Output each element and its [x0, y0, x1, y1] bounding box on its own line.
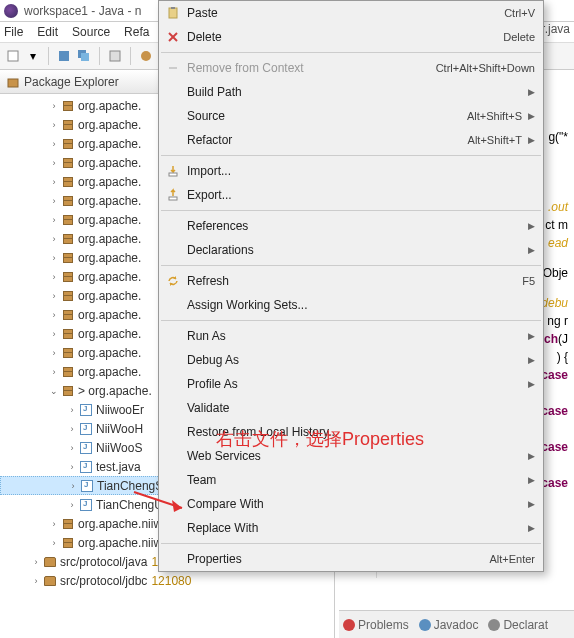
dropdown-icon[interactable]: ▾ — [24, 47, 42, 65]
menu-shortcut: Alt+Shift+T — [468, 134, 522, 146]
refresh-icon — [165, 273, 181, 289]
tree-item-label: org.apache. — [78, 232, 141, 246]
build-icon[interactable] — [137, 47, 155, 65]
chevron-right-icon[interactable]: › — [48, 177, 60, 187]
code-fragment: ) { — [557, 350, 568, 364]
submenu-arrow-icon: ▶ — [528, 475, 535, 485]
tree-item-label: org.apache. — [78, 346, 141, 360]
pkg-icon — [60, 118, 76, 132]
menu-item-label: Export... — [187, 188, 535, 202]
chevron-right-icon[interactable]: › — [66, 405, 78, 415]
chevron-right-icon[interactable]: › — [48, 348, 60, 358]
code-fragment: case — [541, 440, 568, 454]
menu-profile-as[interactable]: Profile As▶ — [159, 372, 543, 396]
menu-declarations[interactable]: Declarations▶ — [159, 238, 543, 262]
save-all-icon[interactable] — [75, 47, 93, 65]
chevron-right-icon[interactable]: › — [48, 310, 60, 320]
menu-refresh[interactable]: RefreshF5 — [159, 269, 543, 293]
chevron-right-icon[interactable]: › — [48, 158, 60, 168]
window-title: workspace1 - Java - n — [24, 4, 141, 18]
tree-item-label: src/protocol/jdbc — [60, 574, 147, 588]
tree-item-label: org.apache. — [78, 194, 141, 208]
menu-source[interactable]: SourceAlt+Shift+S▶ — [159, 104, 543, 128]
svg-rect-13 — [169, 197, 177, 200]
tree-item-label: org.apache. — [78, 327, 141, 341]
menu-team[interactable]: Team▶ — [159, 468, 543, 492]
new-icon[interactable] — [4, 47, 22, 65]
chevron-right-icon[interactable]: › — [66, 500, 78, 510]
chevron-right-icon[interactable]: › — [48, 196, 60, 206]
menu-item-label: Source — [187, 109, 467, 123]
chevron-right-icon[interactable]: › — [48, 101, 60, 111]
menu-assign-working-sets[interactable]: Assign Working Sets... — [159, 293, 543, 317]
save-icon[interactable] — [55, 47, 73, 65]
chevron-right-icon[interactable]: › — [48, 329, 60, 339]
svg-rect-11 — [169, 67, 177, 69]
chevron-right-icon[interactable]: › — [66, 443, 78, 453]
menu-replace-with[interactable]: Replace With▶ — [159, 516, 543, 540]
submenu-arrow-icon: ▶ — [528, 135, 535, 145]
chevron-right-icon[interactable]: › — [30, 557, 42, 567]
chevron-right-icon[interactable]: › — [66, 462, 78, 472]
import-icon — [165, 163, 181, 179]
chevron-right-icon[interactable]: › — [48, 253, 60, 263]
chevron-right-icon[interactable]: › — [48, 291, 60, 301]
tree-item-label: org.apache. — [78, 270, 141, 284]
chevron-right-icon[interactable]: › — [67, 481, 79, 491]
menu-item-label: Declarations — [187, 243, 522, 257]
menu-run-as[interactable]: Run As▶ — [159, 324, 543, 348]
chevron-right-icon[interactable]: › — [48, 120, 60, 130]
chevron-right-icon[interactable]: › — [48, 139, 60, 149]
tree-item-label: > org.apache. — [78, 384, 152, 398]
menu-import[interactable]: Import... — [159, 159, 543, 183]
chevron-right-icon[interactable]: › — [30, 576, 42, 586]
tab-declaration[interactable]: Declarat — [488, 618, 548, 632]
chevron-down-icon[interactable]: ⌄ — [48, 386, 60, 396]
chevron-right-icon[interactable]: › — [48, 272, 60, 282]
menu-item-label: Refactor — [187, 133, 468, 147]
menu-edit[interactable]: Edit — [37, 25, 58, 39]
menu-delete[interactable]: DeleteDelete — [159, 25, 543, 49]
menu-compare-with[interactable]: Compare With▶ — [159, 492, 543, 516]
menu-item-label: Validate — [187, 401, 535, 415]
menu-validate[interactable]: Validate — [159, 396, 543, 420]
menu-refactor[interactable]: RefactorAlt+Shift+T▶ — [159, 128, 543, 152]
chevron-right-icon[interactable]: › — [48, 234, 60, 244]
tree-item-label: NiiWooS — [96, 441, 142, 455]
chevron-right-icon[interactable]: › — [48, 519, 60, 529]
menu-references[interactable]: References▶ — [159, 214, 543, 238]
tree-item-label: org.apache. — [78, 213, 141, 227]
src-icon — [42, 574, 58, 588]
paste-icon — [165, 5, 181, 21]
tree-item-label: org.apache. — [78, 137, 141, 151]
declaration-icon — [488, 619, 500, 631]
code-fragment: case — [541, 404, 568, 418]
submenu-arrow-icon: ▶ — [528, 523, 535, 533]
chevron-right-icon[interactable]: › — [66, 424, 78, 434]
menu-debug-as[interactable]: Debug As▶ — [159, 348, 543, 372]
menu-build-path[interactable]: Build Path▶ — [159, 80, 543, 104]
menu-shortcut: Ctrl+V — [504, 7, 535, 19]
menu-file[interactable]: File — [4, 25, 23, 39]
toggle-icon[interactable] — [106, 47, 124, 65]
menu-source[interactable]: Source — [72, 25, 110, 39]
tree-item[interactable]: ›src/protocol/jdbc121080 — [0, 571, 334, 590]
menu-remove-from-context: Remove from ContextCtrl+Alt+Shift+Down — [159, 56, 543, 80]
menu-shortcut: F5 — [522, 275, 535, 287]
package-explorer-icon — [6, 75, 20, 89]
tab-javadoc[interactable]: Javadoc — [419, 618, 479, 632]
tab-problems[interactable]: Problems — [343, 618, 409, 632]
menu-separator — [161, 210, 541, 211]
pkg-icon — [60, 308, 76, 322]
menu-export[interactable]: Export... — [159, 183, 543, 207]
menu-properties[interactable]: PropertiesAlt+Enter — [159, 547, 543, 571]
chevron-right-icon[interactable]: › — [48, 215, 60, 225]
menu-web-services[interactable]: Web Services▶ — [159, 444, 543, 468]
menu-restore-from-local-history[interactable]: Restore from Local History... — [159, 420, 543, 444]
svg-rect-0 — [8, 51, 18, 61]
menu-refactor[interactable]: Refa — [124, 25, 149, 39]
chevron-right-icon[interactable]: › — [48, 538, 60, 548]
chevron-right-icon[interactable]: › — [48, 367, 60, 377]
submenu-arrow-icon: ▶ — [528, 221, 535, 231]
menu-paste[interactable]: PasteCtrl+V — [159, 1, 543, 25]
